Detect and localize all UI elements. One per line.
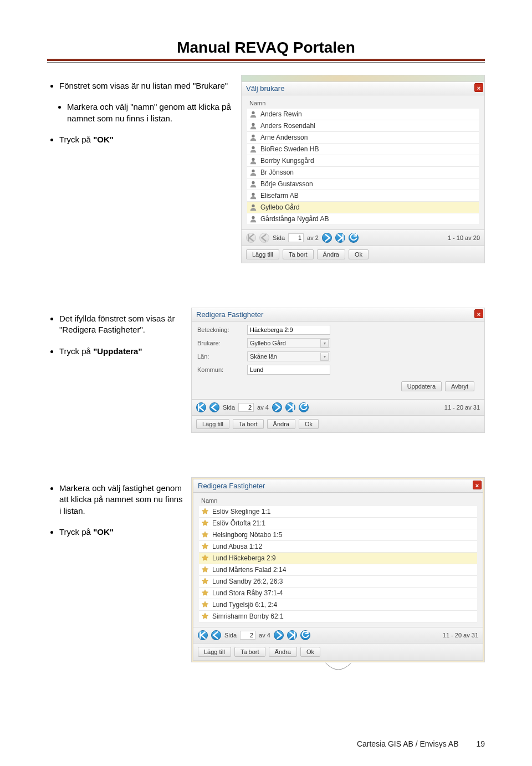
last-page-icon[interactable] — [287, 630, 297, 640]
refresh-icon[interactable] — [300, 630, 310, 640]
person-icon — [249, 145, 257, 153]
pager-page-input[interactable] — [288, 233, 304, 242]
ok-button[interactable]: Ok — [300, 647, 320, 657]
list-item-label: Lund Abusa 1:12 — [212, 543, 475, 550]
kommun-field[interactable] — [247, 365, 330, 375]
star-icon — [201, 566, 209, 574]
chevron-down-icon: ▾ — [320, 339, 329, 348]
list-item[interactable]: Eslöv Örtofta 21:1 — [199, 518, 477, 529]
list-item[interactable]: Br Jönsson — [247, 167, 479, 178]
bullet-item: Fönstret som visas är nu listan med "Bru… — [59, 80, 237, 91]
svg-point-3 — [252, 146, 254, 149]
brukare-readonly: Gyllebo Gård ▾ — [247, 338, 330, 348]
beteckning-field[interactable] — [247, 325, 330, 335]
first-page-icon[interactable] — [246, 233, 256, 243]
add-button[interactable]: Lägg till — [196, 419, 229, 429]
list-item[interactable]: Lund Abusa 1:12 — [199, 541, 477, 553]
bullet-column-2: Det ifyllda fönstret som visas är "Redig… — [47, 308, 191, 367]
list-item[interactable]: Eslöv Skeglinge 1:1 — [199, 506, 477, 518]
list-item-label: Lund Mårtens Falad 2:14 — [212, 566, 475, 574]
panel-redigera-fastigheter-form: × Redigera Fastigheter Beteckning: Bruka… — [191, 308, 485, 433]
svg-point-0 — [252, 111, 254, 114]
prev-page-icon[interactable] — [211, 630, 221, 640]
chevron-down-icon: ▾ — [320, 353, 329, 361]
refresh-icon[interactable] — [299, 402, 309, 412]
last-page-icon[interactable] — [335, 233, 345, 243]
person-icon — [249, 203, 257, 211]
panel-title: Välj brukare — [242, 82, 484, 95]
label-brukare: Brukare: — [197, 340, 247, 346]
cancel-button[interactable]: Avbryt — [445, 381, 474, 391]
list-item-label: Lund Sandby 26:2, 26:3 — [212, 578, 475, 585]
column-header-namn: Namn — [247, 99, 479, 109]
pager-label-sida: Sida — [224, 632, 237, 639]
list-item[interactable]: Anders Rewin — [247, 109, 479, 120]
list-item[interactable]: Simrishamn Borrby 62:1 — [199, 611, 477, 622]
next-page-icon[interactable] — [272, 402, 282, 412]
add-button[interactable]: Lägg till — [246, 249, 279, 259]
list-item[interactable]: Lund Häckeberga 2:9 — [199, 553, 477, 564]
list-item[interactable]: Elisefarm AB — [247, 190, 479, 202]
prev-page-icon[interactable] — [259, 233, 269, 243]
next-page-icon[interactable] — [322, 233, 332, 243]
list-item[interactable]: Börje Gustavsson — [247, 178, 479, 190]
list-item[interactable]: Lund Mårtens Falad 2:14 — [199, 564, 477, 576]
svg-point-4 — [252, 158, 254, 161]
list-item-label: Simrishamn Borrby 62:1 — [212, 612, 475, 620]
first-page-icon[interactable] — [198, 630, 208, 640]
close-icon[interactable]: × — [474, 83, 483, 92]
star-icon — [201, 578, 209, 585]
list-item[interactable]: Anders Rosendahl — [247, 120, 479, 132]
pager-page-input[interactable] — [240, 631, 255, 640]
list-item[interactable]: Lund Sandby 26:2, 26:3 — [199, 576, 477, 588]
add-button[interactable]: Lägg till — [198, 647, 231, 657]
list-item[interactable]: Lund Tygelsjö 6:1, 2:4 — [199, 599, 477, 611]
list-item[interactable]: Borrby Kungsgård — [247, 155, 479, 167]
prev-page-icon[interactable] — [209, 402, 219, 412]
list-item[interactable]: Lund Stora Råby 37:1-4 — [199, 588, 477, 599]
close-icon[interactable]: × — [473, 481, 482, 489]
remove-button[interactable]: Ta bort — [283, 249, 314, 259]
edit-button[interactable]: Ändra — [317, 249, 345, 259]
svg-point-9 — [252, 216, 254, 219]
bullet-column-1: Fönstret som visas är nu listan med "Bru… — [47, 75, 241, 155]
header-divider — [47, 59, 485, 63]
refresh-icon[interactable] — [349, 233, 359, 243]
pager-page-input[interactable] — [238, 403, 254, 412]
last-page-icon[interactable] — [285, 402, 295, 412]
panel-title: Redigera Fastigheter — [193, 479, 483, 493]
pager-label-sida: Sida — [223, 404, 235, 411]
close-icon[interactable]: × — [474, 309, 483, 318]
bullet-item: Tryck på "OK" — [59, 134, 237, 145]
star-icon — [201, 508, 209, 515]
pager-label-sida: Sida — [273, 234, 285, 241]
star-icon — [201, 531, 209, 539]
list-item-label: Anders Rewin — [260, 110, 477, 118]
map-sliver — [241, 75, 485, 81]
remove-button[interactable]: Ta bort — [234, 647, 265, 657]
list-item[interactable]: Gårdstånga Nygård AB — [247, 213, 479, 225]
edit-button[interactable]: Ändra — [267, 419, 295, 429]
remove-button[interactable]: Ta bort — [233, 419, 264, 429]
list-item[interactable]: BioRec Sweden HB — [247, 144, 479, 155]
footer-page-number: 19 — [476, 739, 485, 748]
svg-point-6 — [252, 181, 254, 184]
ok-button[interactable]: Ok — [349, 249, 369, 259]
bullet-item: Tryck på "Uppdatera" — [59, 346, 187, 357]
page-title: Manual REVAQ Portalen — [47, 39, 485, 57]
star-icon — [201, 519, 209, 527]
next-page-icon[interactable] — [274, 630, 284, 640]
list-item[interactable]: Arne Andersson — [247, 132, 479, 144]
first-page-icon[interactable] — [196, 402, 206, 412]
star-icon — [201, 612, 209, 620]
list-item[interactable]: Gyllebo Gård — [247, 202, 479, 213]
edit-button[interactable]: Ändra — [269, 647, 297, 657]
person-icon — [249, 180, 257, 188]
list-item-label: Eslöv Skeglinge 1:1 — [212, 508, 475, 515]
person-icon — [249, 134, 257, 141]
update-button[interactable]: Uppdatera — [401, 381, 442, 391]
column-header-namn: Namn — [199, 496, 477, 506]
list-item-label: Anders Rosendahl — [260, 122, 477, 130]
ok-button[interactable]: Ok — [299, 419, 319, 429]
list-item[interactable]: Helsingborg Nötabo 1:5 — [199, 529, 477, 541]
